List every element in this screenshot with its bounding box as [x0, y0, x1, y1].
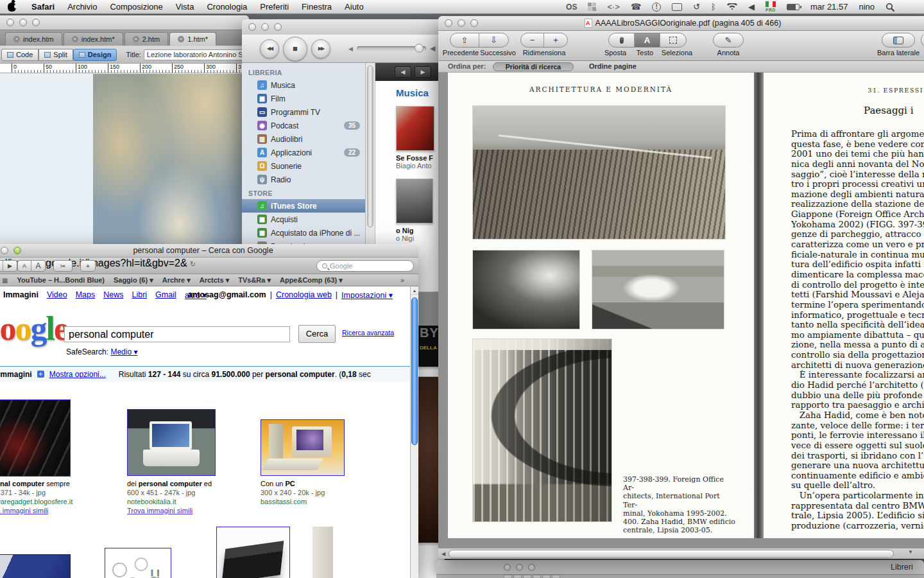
select-tool-button[interactable]: [660, 33, 686, 47]
close-tab-icon[interactable]: ×: [72, 36, 78, 42]
google-nav-link[interactable]: Libri: [132, 290, 147, 300]
view-mode-button[interactable]: Design: [73, 49, 117, 61]
advanced-search-link[interactable]: Ricerca avanzata: [342, 329, 394, 337]
settings-link[interactable]: Impostazioni ▾: [341, 290, 393, 300]
zoom-button[interactable]: [470, 19, 478, 27]
album-artist[interactable]: Biagio Anto: [396, 162, 445, 170]
background-window-titlebar[interactable]: Libreri: [436, 560, 924, 575]
scrollbar-thumb[interactable]: [449, 550, 894, 558]
zoom-in-button[interactable]: +: [544, 33, 567, 47]
google-search-input[interactable]: [64, 326, 290, 342]
sidebar-item[interactable]: ▥ Audiolibri: [242, 132, 365, 146]
sidebar-item[interactable]: ▦ Acquisti: [242, 213, 365, 226]
close-button[interactable]: [6, 19, 14, 26]
result-thumbnail[interactable]: [216, 527, 290, 578]
google-nav-link[interactable]: Immagini: [3, 290, 38, 300]
sort-by-relevance-button[interactable]: Priorità di ricerca: [493, 62, 574, 71]
sync-alert-icon[interactable]: !: [652, 3, 661, 12]
bluetooth-icon[interactable]: ᛒ: [711, 3, 716, 11]
close-tab-icon[interactable]: ×: [178, 36, 184, 42]
editor-tab[interactable]: × index.htm: [5, 32, 62, 46]
zoom-button[interactable]: [32, 19, 40, 26]
sidebar-item[interactable]: ♫ Musica: [242, 78, 365, 92]
menu-item[interactable]: Aiuto: [338, 0, 370, 14]
menu-item[interactable]: Finestra: [295, 0, 338, 14]
lastfm-icon[interactable]: OS: [566, 3, 577, 12]
displays-icon[interactable]: [672, 3, 682, 11]
sort-by-page-button[interactable]: Ordine pagine: [589, 62, 637, 70]
search-field[interactable]: Google: [316, 260, 414, 272]
safari-scrollbar[interactable]: ▲: [410, 286, 418, 578]
script-menu-icon[interactable]: <·>: [607, 2, 620, 12]
input-language-flag-icon[interactable]: PRO: [766, 1, 776, 12]
minimize-button[interactable]: [19, 19, 27, 26]
zoom-button[interactable]: [528, 564, 535, 571]
safesearch-level-link[interactable]: Medio ▾: [110, 347, 137, 356]
view-mode-button[interactable]: Code: [1, 49, 38, 61]
result-thumbnail[interactable]: [0, 554, 71, 578]
close-tab-icon[interactable]: ×: [133, 36, 139, 42]
sidebar-item[interactable]: A Applicazioni 22: [242, 146, 365, 159]
close-button[interactable]: [248, 23, 256, 31]
scrollbar-thumb[interactable]: [367, 66, 373, 227]
bookmark-item[interactable]: Arctcts ▾: [200, 276, 229, 285]
volume-slider[interactable]: [357, 46, 426, 51]
fast-forward-button[interactable]: ▶▶: [311, 39, 330, 58]
google-nav-link[interactable]: Video: [47, 290, 67, 300]
bookmark-item[interactable]: TVs&Ra ▾: [238, 276, 271, 285]
store-forward-button[interactable]: ▶: [415, 66, 431, 78]
album-title[interactable]: o Nig: [396, 227, 445, 234]
minimize-button[interactable]: [1, 247, 8, 254]
google-nav-link[interactable]: Gmail: [155, 290, 176, 300]
battery-icon[interactable]: [787, 4, 800, 10]
next-page-button[interactable]: ⇩: [479, 33, 508, 47]
bookmark-item[interactable]: Saggio (6) ▾: [114, 276, 153, 285]
bookmark-item[interactable]: Archre ▾: [162, 276, 191, 285]
google-search-button[interactable]: Cerca: [298, 325, 336, 343]
album-cover[interactable]: [396, 106, 434, 151]
result-thumbnail[interactable]: [261, 419, 345, 476]
minimize-button[interactable]: [261, 23, 269, 31]
album-artist[interactable]: o Nigi: [396, 234, 445, 242]
text-tool-button[interactable]: A: [635, 33, 660, 47]
similar-images-link[interactable]: Trova immagini simili: [127, 507, 193, 514]
previous-page-button[interactable]: ⇧: [450, 33, 479, 47]
scroll-up-arrow[interactable]: ▲: [411, 286, 418, 295]
smaller-text-button[interactable]: A: [18, 261, 31, 271]
sidebar-toggle-button[interactable]: [882, 33, 914, 47]
forward-button[interactable]: ▶: [3, 261, 17, 271]
safari-titlebar[interactable]: personal computer – Cerca con Google: [0, 244, 418, 258]
minimize-button[interactable]: [516, 564, 523, 571]
menu-clock[interactable]: mar 21.57: [810, 2, 848, 12]
new-tab-button[interactable]: +: [80, 260, 96, 272]
horizontal-scrollbar[interactable]: ◀: [438, 548, 924, 559]
web-history-link[interactable]: Cronologia web: [276, 290, 332, 300]
zoom-button[interactable]: [274, 23, 282, 31]
show-options-link[interactable]: Mostra opzioni...: [49, 370, 106, 379]
extra-tool-button[interactable]: [921, 33, 924, 47]
close-tab-icon[interactable]: ×: [13, 36, 20, 42]
close-button[interactable]: [445, 19, 452, 27]
scroll-left-arrow[interactable]: ◀: [438, 551, 449, 557]
zoom-button[interactable]: [13, 247, 21, 254]
pdf-content-area[interactable]: ARCHITETTURA E MODERNITÀ 397-398-399. Fo…: [438, 73, 924, 548]
album-cover[interactable]: [396, 179, 433, 223]
fast-user-switch-menu[interactable]: nino: [859, 2, 875, 12]
zoom-out-button[interactable]: −: [521, 33, 544, 47]
rewind-button[interactable]: ◀◀: [260, 39, 279, 58]
reload-icon[interactable]: ↻: [190, 260, 196, 268]
volume-icon[interactable]: ◀: [748, 3, 755, 11]
album-title[interactable]: Se Fosse F: [396, 154, 445, 162]
sidebar-item[interactable]: ♫ iTunes Store: [242, 199, 365, 213]
sidebar-item[interactable]: Ω Suonerie: [242, 159, 365, 173]
google-nav-link[interactable]: News: [103, 290, 123, 300]
menu-item[interactable]: Safari: [25, 0, 61, 14]
bookmark-item[interactable]: YouTube – H...Bondi Blue): [17, 276, 104, 285]
store-back-button[interactable]: ◀: [395, 66, 411, 78]
menu-item[interactable]: Vista: [169, 0, 201, 14]
menu-item[interactable]: Cronologia: [200, 0, 253, 14]
stop-button[interactable]: ■: [283, 37, 307, 61]
result-thumbnail[interactable]: [312, 527, 333, 578]
editor-tab[interactable]: × 2.htm: [124, 32, 169, 46]
bookmarks-overflow-chevron[interactable]: »: [400, 276, 404, 284]
